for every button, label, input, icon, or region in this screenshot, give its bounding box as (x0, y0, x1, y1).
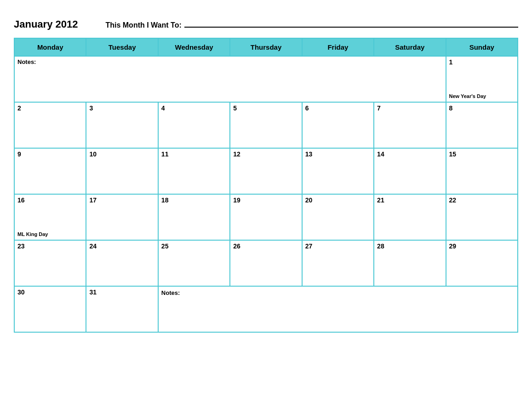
day-4-number: 4 (161, 104, 227, 112)
day-18-cell: 18 (158, 194, 230, 240)
day-5-number: 5 (233, 104, 298, 112)
day-14-number: 14 (377, 150, 442, 158)
col-thursday: Thursday (230, 38, 302, 56)
day-20-number: 20 (305, 196, 371, 204)
day-31-number: 31 (89, 288, 154, 296)
day-24-cell: 24 (86, 240, 158, 286)
day-25-number: 25 (161, 242, 227, 250)
day-29-number: 29 (449, 242, 515, 250)
day-2-number: 2 (17, 104, 83, 112)
week-row-1: Notes: 1 New Year's Day (14, 56, 518, 102)
day-21-cell: 21 (374, 194, 446, 240)
day-25-cell: 25 (158, 240, 230, 286)
header-row: Monday Tuesday Wednesday Thursday Friday… (14, 38, 518, 56)
day-2-cell: 2 (14, 102, 86, 148)
notes-bottom-label: Notes: (161, 289, 180, 296)
day-27-number: 27 (305, 242, 371, 250)
day-7-number: 7 (377, 104, 442, 112)
day-4-cell: 4 (158, 102, 230, 148)
day-15-cell: 15 (446, 148, 518, 194)
day-23-number: 23 (17, 242, 83, 250)
day-12-number: 12 (233, 150, 298, 158)
day-9-cell: 9 (14, 148, 86, 194)
day-15-number: 15 (449, 150, 515, 158)
day-19-number: 19 (233, 196, 298, 204)
month-title: January 2012 (14, 18, 78, 30)
day-31-cell: 31 (86, 286, 158, 332)
day-10-cell: 10 (86, 148, 158, 194)
day-6-number: 6 (305, 104, 371, 112)
calendar: Monday Tuesday Wednesday Thursday Friday… (14, 38, 518, 333)
day-5-cell: 5 (230, 102, 302, 148)
day-17-number: 17 (89, 196, 154, 204)
day-19-cell: 19 (230, 194, 302, 240)
goal-line: This Month I Want To: (105, 21, 518, 29)
day-21-number: 21 (377, 196, 442, 204)
day-13-cell: 13 (302, 148, 374, 194)
week-row-5: 23 24 25 26 27 28 29 (14, 240, 518, 286)
day-14-cell: 14 (374, 148, 446, 194)
ml-king-day-label: ML King Day (17, 231, 48, 237)
day-12-cell: 12 (230, 148, 302, 194)
day-11-cell: 11 (158, 148, 230, 194)
day-23-cell: 23 (14, 240, 86, 286)
week-row-4: 16 ML King Day 17 18 19 20 21 22 (14, 194, 518, 240)
day-1-number: 1 (449, 58, 515, 66)
day-20-cell: 20 (302, 194, 374, 240)
day-28-cell: 28 (374, 240, 446, 286)
page-header: January 2012 This Month I Want To: (14, 18, 518, 30)
new-years-day-label: New Year's Day (449, 93, 486, 99)
day-26-number: 26 (233, 242, 298, 250)
col-wednesday: Wednesday (158, 38, 230, 56)
notes-bottom-cell: Notes: (158, 286, 518, 332)
week-row-3: 9 10 11 12 13 14 15 (14, 148, 518, 194)
day-22-number: 22 (449, 196, 515, 204)
day-30-cell: 30 (14, 286, 86, 332)
day-22-cell: 22 (446, 194, 518, 240)
day-18-number: 18 (161, 196, 227, 204)
col-friday: Friday (302, 38, 374, 56)
day-3-number: 3 (89, 104, 154, 112)
week-row-6: 30 31 Notes: (14, 286, 518, 332)
day-7-cell: 7 (374, 102, 446, 148)
day-28-number: 28 (377, 242, 442, 250)
notes-top-label: Notes: (17, 58, 36, 65)
day-16-number: 16 (17, 196, 83, 204)
day-30-number: 30 (17, 288, 83, 296)
day-6-cell: 6 (302, 102, 374, 148)
day-26-cell: 26 (230, 240, 302, 286)
day-16-cell: 16 ML King Day (14, 194, 86, 240)
day-27-cell: 27 (302, 240, 374, 286)
day-9-number: 9 (17, 150, 83, 158)
day-8-number: 8 (449, 104, 515, 112)
col-tuesday: Tuesday (86, 38, 158, 56)
day-1-cell: 1 New Year's Day (446, 56, 518, 102)
day-11-number: 11 (161, 150, 227, 158)
day-10-number: 10 (89, 150, 154, 158)
goal-label: This Month I Want To: (105, 21, 181, 29)
col-saturday: Saturday (374, 38, 446, 56)
day-3-cell: 3 (86, 102, 158, 148)
day-13-number: 13 (305, 150, 371, 158)
day-17-cell: 17 (86, 194, 158, 240)
day-8-cell: 8 (446, 102, 518, 148)
day-24-number: 24 (89, 242, 154, 250)
goal-underline (184, 27, 518, 28)
col-sunday: Sunday (446, 38, 518, 56)
day-29-cell: 29 (446, 240, 518, 286)
col-monday: Monday (14, 38, 86, 56)
week-row-2: 2 3 4 5 6 7 8 (14, 102, 518, 148)
notes-top-cell: Notes: (14, 56, 446, 102)
